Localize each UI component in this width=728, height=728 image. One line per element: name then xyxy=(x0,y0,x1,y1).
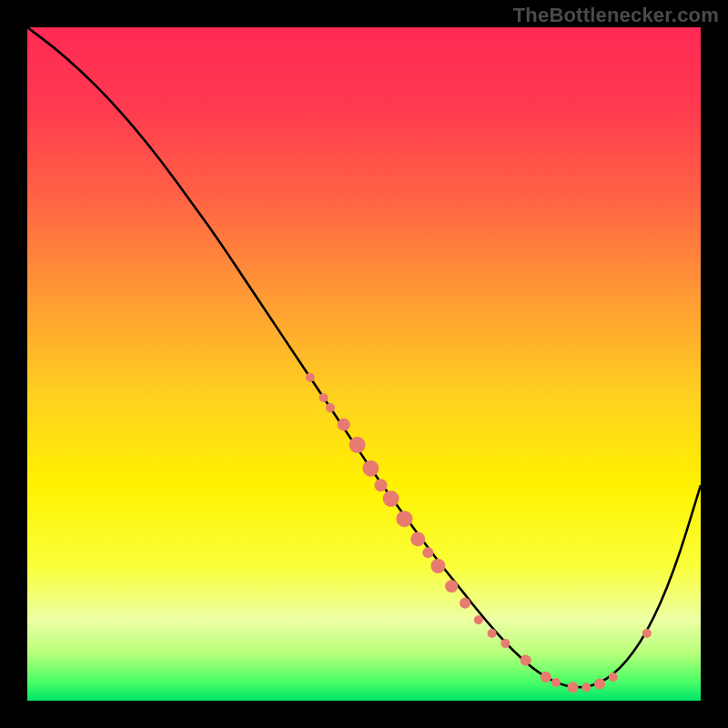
scatter-dot xyxy=(642,629,652,638)
attribution-text: TheBottlenecker.com xyxy=(513,4,719,27)
scatter-dot xyxy=(460,598,470,609)
scatter-dot xyxy=(375,479,388,491)
scatter-dot xyxy=(500,639,510,648)
curve-path xyxy=(27,27,701,687)
chart-stage: TheBottlenecker.com xyxy=(0,0,728,728)
scatter-dot xyxy=(326,403,335,412)
scatter-dot xyxy=(609,672,618,682)
scatter-dot xyxy=(594,679,605,690)
scatter-dot xyxy=(349,437,366,453)
scatter-dot xyxy=(383,490,399,507)
curve-layer xyxy=(27,27,701,701)
scatter-dot xyxy=(474,615,483,624)
scatter-dot xyxy=(338,419,350,431)
scatter-dot xyxy=(362,460,379,477)
scatter-dot xyxy=(551,678,561,687)
scatter-dot xyxy=(430,559,445,573)
scatter-dot xyxy=(410,531,425,546)
scatter-dot xyxy=(319,393,329,402)
scatter-dots xyxy=(306,373,652,693)
scatter-dot xyxy=(488,629,497,638)
scatter-dot xyxy=(581,682,591,692)
scatter-dot xyxy=(306,373,315,382)
scatter-dot xyxy=(521,655,531,666)
scatter-dot xyxy=(541,672,551,682)
scatter-dot xyxy=(445,580,458,592)
scatter-dot xyxy=(422,547,433,558)
scatter-dot xyxy=(396,511,412,527)
plot-area xyxy=(27,27,701,701)
scatter-dot xyxy=(567,682,578,693)
